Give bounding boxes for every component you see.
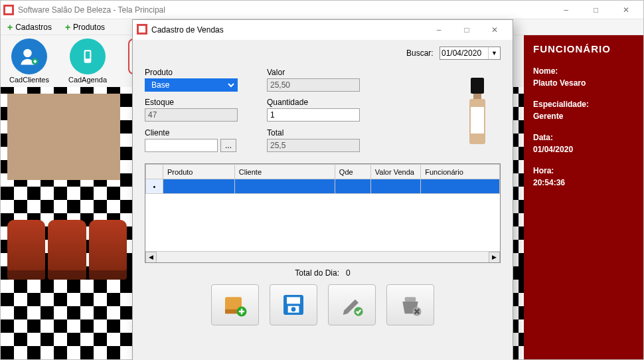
total-dia-row: Total do Dia: 0 [145,268,501,278]
foundation-bottle-icon [468,78,487,144]
dialog-body: Buscar: ▼ Produto Base Valor [133,40,513,360]
cell-cliente[interactable] [234,179,335,194]
action-row [145,284,501,325]
estoque-field: Estoque [145,98,251,122]
row-selector-icon[interactable]: • [146,179,163,194]
calendar-dropdown-icon[interactable]: ▼ [488,47,500,59]
funcionario-especialidade-value: Gerente [533,112,634,121]
svg-rect-1 [5,7,12,13]
phone-icon [70,39,106,74]
funcionario-header: FUNCIONÁRIO [533,43,634,54]
table-row[interactable]: • [146,179,500,194]
form-grid: Produto Base Valor Estoque [145,68,501,154]
col-qde[interactable]: Qde [335,165,370,179]
total-dia-label: Total do Dia: [295,268,339,278]
main-close-button[interactable]: ✕ [611,1,641,19]
main-titlebar: Software Salão De Beleza - Tela Principa… [1,1,643,19]
dialog-close-button[interactable]: ✕ [481,20,509,40]
grid-h-scrollbar[interactable]: ◀ ▶ [145,251,500,262]
main-window: Software Salão De Beleza - Tela Principa… [0,0,644,360]
funcionario-nome-value: Plauto Vesaro [533,78,634,88]
estoque-label: Estoque [145,98,251,107]
funcionario-hora-value: 20:54:36 [533,178,634,187]
estoque-input [145,108,238,122]
svg-rect-5 [86,51,90,58]
menu-produtos[interactable]: + Produtos [65,22,105,33]
col-cliente[interactable]: Cliente [234,165,335,179]
quantidade-label: Quantidade [267,98,373,107]
cell-valor[interactable] [370,179,421,194]
dialog-title: Cadastro de Vendas [151,25,425,35]
svg-rect-14 [287,297,300,304]
toolbar-cad-agenda[interactable]: CadAgenda [64,39,111,84]
toolbar-cad-clientes[interactable]: CadClientes [6,39,52,84]
main-window-title: Software Salão De Beleza - Tela Principa… [18,5,551,15]
svg-rect-18 [405,297,416,302]
buscar-date-picker[interactable]: ▼ [440,46,501,60]
cliente-browse-button[interactable]: ... [220,139,236,152]
salon-chairs [7,220,127,280]
svg-point-16 [291,307,296,312]
quantidade-input[interactable] [267,108,360,122]
cell-produto[interactable] [163,179,234,194]
toolbar-cad-clientes-label: CadClientes [9,76,49,84]
funcionario-hora-label: Hora: [533,166,634,175]
grid-corner [146,165,163,179]
valor-input [267,78,360,92]
cliente-label: Cliente [145,128,251,137]
buscar-label: Buscar: [406,48,434,58]
main-minimize-button[interactable]: – [551,1,581,19]
vendas-grid[interactable]: Produto Cliente Qde Valor Venda Funcioná… [145,163,501,263]
cliente-field: Cliente ... [145,128,251,152]
scroll-left-icon[interactable]: ◀ [145,252,157,263]
produto-label: Produto [145,68,251,77]
plus-icon: + [7,22,13,33]
delete-button[interactable] [386,284,434,325]
app-icon [3,5,14,15]
valor-label: Valor [267,68,373,77]
funcionario-data-value: 01/04/2020 [533,145,634,154]
produto-select[interactable]: Base [145,78,238,92]
dialog-minimize-button[interactable]: – [425,20,453,40]
vendas-table: Produto Cliente Qde Valor Venda Funcioná… [145,164,500,194]
dialog-titlebar: Cadastro de Vendas – □ ✕ [133,20,513,40]
col-produto[interactable]: Produto [163,165,234,179]
cell-qde[interactable] [335,179,370,194]
scroll-right-icon[interactable]: ▶ [489,252,500,263]
funcionario-nome-label: Nome: [533,66,634,76]
funcionario-especialidade-label: Especialidade: [533,100,634,109]
total-dia-value: 0 [346,268,351,278]
total-input [267,139,360,152]
svg-point-2 [23,49,32,58]
edit-button[interactable] [328,284,376,325]
app-icon [137,24,147,37]
col-funcionario[interactable]: Funcionário [421,165,500,179]
toolbar-cad-agenda-label: CadAgenda [68,76,107,84]
menu-cadastros[interactable]: + Cadastros [7,22,52,33]
add-sale-button[interactable] [211,284,259,325]
plus-icon: + [65,22,70,33]
cadastro-vendas-dialog: Cadastro de Vendas – □ ✕ Buscar: ▼ Produ… [132,19,513,360]
valor-field: Valor [267,68,373,92]
save-button[interactable] [270,284,317,325]
dialog-maximize-button[interactable]: □ [453,20,481,40]
col-valor-venda[interactable]: Valor Venda [370,165,421,179]
buscar-row: Buscar: ▼ [145,46,501,60]
total-label: Total [267,128,373,137]
main-maximize-button[interactable]: □ [581,1,611,19]
menu-cadastros-label: Cadastros [15,23,52,32]
funcionario-data-label: Data: [533,133,634,142]
person-plus-icon [11,39,47,74]
svg-rect-9 [139,26,145,33]
product-image [454,68,501,154]
cell-func[interactable] [421,179,500,194]
cliente-input[interactable] [145,139,218,152]
produto-field: Produto Base [145,68,251,92]
total-field: Total [267,128,373,152]
menu-produtos-label: Produtos [73,23,105,32]
vendas-header-row: Produto Cliente Qde Valor Venda Funcioná… [146,165,500,179]
buscar-date-input[interactable] [440,47,488,59]
quantidade-field: Quantidade [267,98,373,122]
funcionario-panel: FUNCIONÁRIO Nome: Plauto Vesaro Especial… [524,35,643,359]
